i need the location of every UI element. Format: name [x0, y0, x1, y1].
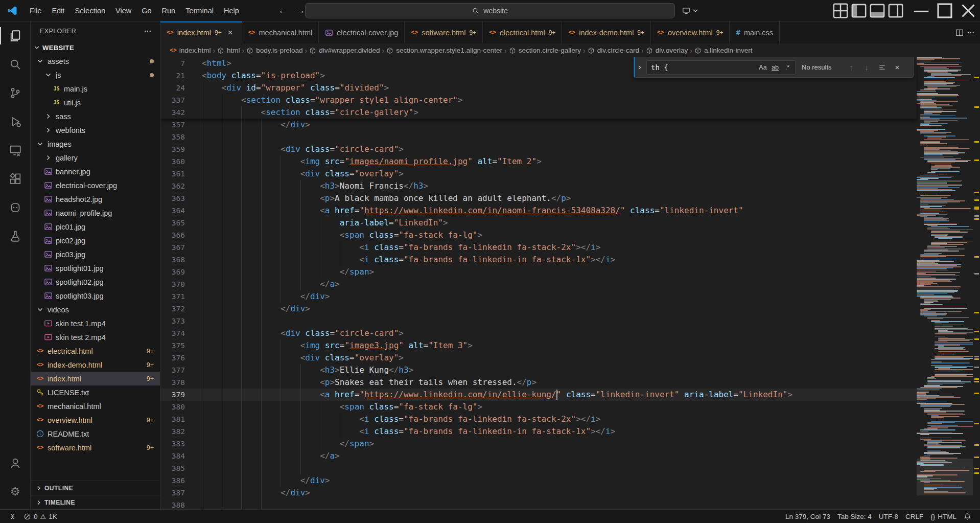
- tree-item-skin-test-1.mp4[interactable]: skin test 1.mp4: [31, 316, 160, 330]
- tab-electrical-cover.jpg[interactable]: electrical-cover.jpg: [319, 21, 405, 43]
- tree-item-index.html[interactable]: <>index.html9+: [31, 372, 160, 385]
- activity-explorer[interactable]: [0, 21, 30, 50]
- code-line-342[interactable]: 342<section class="circle-gallery">: [160, 106, 917, 119]
- whole-word-toggle[interactable]: ab: [769, 61, 781, 74]
- breadcrumb-item[interactable]: body.is-preload: [246, 47, 302, 54]
- tree-item-pic03.jpg[interactable]: pic03.jpg: [31, 247, 160, 261]
- code-line-383[interactable]: 383</span>: [160, 438, 917, 450]
- menu-edit[interactable]: Edit: [46, 3, 69, 18]
- activity-settings[interactable]: ⚙: [0, 477, 30, 506]
- breadcrumb-item[interactable]: section.wrapper.style1.align-center: [386, 47, 502, 54]
- tree-item-sass[interactable]: sass: [31, 109, 160, 123]
- find-input[interactable]: th { Aa ab .*: [646, 60, 796, 75]
- tree-item-pic02.jpg[interactable]: pic02.jpg: [31, 234, 160, 247]
- code-line-367[interactable]: 367<i class="fa-brands fa-linkedin fa-st…: [160, 241, 917, 254]
- code-line-360[interactable]: 360<img src="images/naomi_profile.jpg" a…: [160, 155, 917, 168]
- code-line-361[interactable]: 361<div class="overlay">: [160, 168, 917, 180]
- problems-indicator[interactable]: 0 ⚠ 1K: [20, 510, 61, 523]
- tab-main.css[interactable]: #main.css: [730, 21, 780, 43]
- activity-extensions[interactable]: [0, 165, 30, 193]
- tree-item-electrical-cover.jpg[interactable]: electrical-cover.jpg: [31, 178, 160, 192]
- tree-item-electrical.html[interactable]: <>electrical.html9+: [31, 344, 160, 358]
- tree-item-spotlight03.jpg[interactable]: spotlight03.jpg: [31, 289, 160, 303]
- breadcrumb-item[interactable]: div.overlay: [646, 47, 688, 54]
- code-line-365[interactable]: 365aria-label="LinkedIn">: [160, 217, 917, 229]
- code-line-372[interactable]: 372</div>: [160, 303, 917, 315]
- tree-item-LICENSE.txt[interactable]: LICENSE.txt: [31, 385, 160, 399]
- tab-index-demo.html[interactable]: <>index-demo.html9+: [562, 21, 651, 43]
- code-line-380[interactable]: 380<span class="fa-stack fa-lg">: [160, 401, 917, 413]
- split-editor-icon[interactable]: [955, 29, 964, 37]
- timeline-section[interactable]: TIMELINE: [31, 495, 160, 509]
- notifications-bell[interactable]: [960, 513, 975, 520]
- code-line-370[interactable]: 370</a>: [160, 278, 917, 290]
- find-in-selection-icon[interactable]: [875, 61, 889, 74]
- code-line-371[interactable]: 371</div>: [160, 290, 917, 303]
- code-line-24[interactable]: 24<div id="wrapper" class="divided">: [160, 82, 917, 94]
- outline-section[interactable]: OUTLINE: [31, 481, 160, 495]
- toggle-primary-sidebar-icon[interactable]: [850, 3, 868, 18]
- toggle-replace-icon[interactable]: [634, 57, 644, 77]
- tree-item-util.js[interactable]: JSutil.js: [31, 96, 160, 109]
- tree-item-README.txt[interactable]: README.txt: [31, 427, 160, 441]
- more-actions-icon[interactable]: [967, 29, 975, 37]
- activity-remote-explorer[interactable]: [0, 136, 30, 165]
- menu-selection[interactable]: Selection: [69, 3, 110, 18]
- tree-item-images[interactable]: images: [31, 137, 160, 151]
- menu-help[interactable]: Help: [219, 3, 244, 18]
- code-line-375[interactable]: 375<img src="image3.jpg" alt="Item 3">: [160, 339, 917, 352]
- code-line-364[interactable]: 364<a href="https://www.linkedin.com/in/…: [160, 204, 917, 217]
- minimap[interactable]: [917, 57, 973, 509]
- tab-electrical.html[interactable]: <>electrical.html9+: [483, 21, 562, 43]
- code-line-369[interactable]: 369</span>: [160, 266, 917, 278]
- tab-software.html[interactable]: <>software.html9+: [405, 21, 483, 43]
- language-mode[interactable]: {} HTML: [927, 513, 960, 520]
- tree-item-spotlight02.jpg[interactable]: spotlight02.jpg: [31, 275, 160, 289]
- code-line-381[interactable]: 381<i class="fa-brands fa-linkedin fa-st…: [160, 413, 917, 425]
- activity-accounts[interactable]: [0, 449, 30, 477]
- code-line-385[interactable]: 385: [160, 462, 917, 474]
- tab-index.html[interactable]: <>index.html9+×: [160, 21, 242, 43]
- tree-item-software.html[interactable]: <>software.html9+: [31, 441, 160, 454]
- activity-search[interactable]: [0, 50, 30, 79]
- regex-toggle[interactable]: .*: [781, 61, 794, 74]
- toggle-secondary-sidebar-icon[interactable]: [887, 3, 904, 18]
- code-line-362[interactable]: 362<h3>Naomi Francis</h3>: [160, 180, 917, 192]
- command-center-search[interactable]: website: [305, 3, 675, 18]
- code-line-386[interactable]: 386</div>: [160, 474, 917, 487]
- code-line-357[interactable]: 357</div>: [160, 119, 917, 131]
- menu-run[interactable]: Run: [157, 3, 181, 18]
- code-line-387[interactable]: 387</div>: [160, 487, 917, 499]
- code-line-373[interactable]: 373: [160, 315, 917, 327]
- close-tab-icon[interactable]: ×: [225, 28, 236, 38]
- code-line-382[interactable]: 382<i class="fa-brands fa-linkedin-in fa…: [160, 425, 917, 438]
- cursor-position[interactable]: Ln 379, Col 73: [782, 513, 834, 520]
- go-back-icon[interactable]: ←: [278, 6, 287, 16]
- close-find-icon[interactable]: ×: [891, 61, 904, 74]
- code-line-376[interactable]: 376<div class="overlay">: [160, 352, 917, 364]
- tree-item-overview.html[interactable]: <>overview.html9+: [31, 413, 160, 427]
- tree-item-gallery[interactable]: gallery: [31, 151, 160, 165]
- minimap-slider[interactable]: [917, 459, 973, 495]
- encoding[interactable]: UTF-8: [875, 513, 902, 520]
- code-line-337[interactable]: 337<section class="wrapper style1 align-…: [160, 94, 917, 106]
- code-line-363[interactable]: 363<p>A black mamba once killed an adult…: [160, 192, 917, 204]
- indentation[interactable]: Tab Size: 4: [834, 513, 875, 520]
- activity-source-control[interactable]: [0, 79, 30, 107]
- remote-indicator[interactable]: [5, 510, 20, 523]
- code-line-366[interactable]: 366<span class="fa-stack fa-lg">: [160, 229, 917, 241]
- customize-layout-icon[interactable]: [832, 3, 849, 18]
- toggle-panel-icon[interactable]: [869, 3, 886, 18]
- tree-item-videos[interactable]: videos: [31, 303, 160, 316]
- tab-mechanical.html[interactable]: <>mechanical.html: [242, 21, 319, 43]
- menu-view[interactable]: View: [110, 3, 136, 18]
- breadcrumb-item[interactable]: html: [217, 47, 240, 54]
- tree-item-spotlight01.jpg[interactable]: spotlight01.jpg: [31, 261, 160, 275]
- breadcrumb-item[interactable]: section.circle-gallery: [509, 47, 581, 54]
- code-line-368[interactable]: 368<i class="fa-brands fa-linkedin-in fa…: [160, 254, 917, 266]
- breadcrumb-item[interactable]: div#wrapper.divided: [309, 47, 380, 54]
- go-forward-icon[interactable]: →: [296, 6, 305, 16]
- tree-item-main.js[interactable]: JSmain.js: [31, 82, 160, 96]
- tree-item-naomi_profile.jpg[interactable]: naomi_profile.jpg: [31, 206, 160, 220]
- code-line-374[interactable]: 374<div class="circle-card">: [160, 327, 917, 339]
